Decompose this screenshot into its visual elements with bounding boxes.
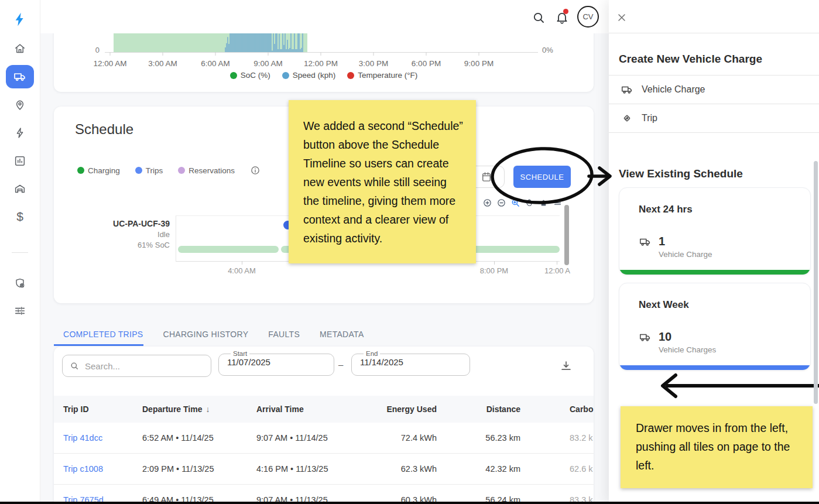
- timeline-tick-label: 12:00 A: [531, 266, 584, 275]
- download-icon[interactable]: [560, 359, 573, 372]
- x-tick: 12:00 AM: [87, 59, 133, 68]
- close-icon[interactable]: [616, 12, 628, 23]
- zoom-in-icon[interactable]: [482, 198, 492, 208]
- sidebar-item-energy[interactable]: [13, 126, 26, 139]
- topbar: CV: [40, 0, 609, 33]
- avatar-initials: CV: [582, 12, 593, 21]
- avatar[interactable]: CV: [577, 6, 599, 28]
- x-tick: 9:00 AM: [245, 59, 292, 68]
- timeline-tick: [494, 261, 495, 265]
- vehicle-soc: 61% SoC: [77, 241, 170, 249]
- trip-link[interactable]: Trip c1008: [63, 464, 142, 474]
- end-date-field[interactable]: End 11/14/2025: [351, 350, 470, 376]
- charging-bar[interactable]: [178, 246, 279, 253]
- legend-item-speed[interactable]: Speed (kph): [282, 71, 336, 80]
- summary-card-next-week[interactable]: Next Week 10 Vehicle Charges: [619, 283, 811, 371]
- col-carbon[interactable]: Carbo: [520, 404, 594, 414]
- calendar-icon: [481, 171, 492, 183]
- menu-bars-icon[interactable]: [553, 198, 563, 208]
- legend-item-charging[interactable]: Charging: [77, 166, 120, 175]
- table-row[interactable]: Trip c1008 2:09 PM • 11/13/25 4:16 PM • …: [54, 454, 594, 485]
- date-range-separator: –: [338, 359, 343, 369]
- departure-cell: 6:52 AM • 11/14/25: [142, 433, 256, 443]
- legend-item-soc[interactable]: SoC (%): [230, 71, 270, 80]
- sticky-note-drawer: Drawer moves in from the left, pushing a…: [621, 406, 813, 488]
- card-period: Next Week: [639, 299, 689, 311]
- option-trip[interactable]: Trip: [609, 104, 819, 132]
- x-tick: 3:00 PM: [350, 59, 397, 68]
- card-period: Next 24 hrs: [639, 204, 693, 215]
- sidebar-item-settings[interactable]: [13, 304, 26, 317]
- sidebar-item-home[interactable]: [13, 42, 26, 55]
- bottom-edge-bar: [0, 502, 819, 504]
- tab-charging-history[interactable]: CHARGING HISTORY: [163, 330, 249, 339]
- carbon-cell: 62.6 k: [520, 464, 594, 474]
- option-label: Trip: [642, 113, 657, 124]
- sidebar-item-vehicles[interactable]: [6, 65, 34, 88]
- end-date-value[interactable]: 11/14/2025: [360, 357, 470, 367]
- pan-hand-icon[interactable]: [525, 198, 534, 208]
- sort-desc-icon[interactable]: ↓: [205, 404, 210, 414]
- page-scrollbar-thumb[interactable]: [814, 161, 818, 404]
- legend-item-reservations[interactable]: Reservations: [178, 166, 235, 175]
- col-departure-time[interactable]: Departure Time↓: [142, 404, 256, 414]
- energy-cell: 72.4 kWh: [347, 433, 437, 443]
- tab-completed-trips[interactable]: COMPLETED TRIPS: [63, 330, 143, 339]
- truck-icon: [13, 70, 27, 84]
- departure-cell: 2:09 PM • 11/13/25: [142, 464, 256, 474]
- x-tick: 3:00 AM: [139, 59, 186, 68]
- temperature-dot-icon: [347, 72, 354, 79]
- sidebar-item-admin[interactable]: [13, 277, 26, 290]
- sidebar-item-locations[interactable]: [13, 98, 26, 111]
- info-icon[interactable]: [250, 165, 261, 176]
- sticky-note-text: Drawer moves in from the left, pushing a…: [636, 421, 790, 472]
- table-row[interactable]: Trip 41dcc 6:52 AM • 11/14/25 9:07 AM • …: [54, 423, 594, 454]
- tab-faults[interactable]: FAULTS: [268, 330, 300, 339]
- start-date-field[interactable]: Start 11/07/2025: [218, 350, 334, 376]
- card-unit: Vehicle Charges: [659, 345, 716, 354]
- search-icon[interactable]: [532, 11, 546, 25]
- schedule-button[interactable]: SCHEDULE: [513, 166, 571, 188]
- col-energy-used[interactable]: Energy Used: [347, 404, 437, 414]
- table-header: Trip ID Departure Time↓ Arrival Time Ene…: [54, 396, 594, 423]
- sidebar-item-billing[interactable]: $: [13, 210, 26, 222]
- search-input[interactable]: [84, 361, 197, 372]
- sidebar-divider: [12, 252, 28, 253]
- trip-link[interactable]: Trip 41dcc: [63, 433, 142, 443]
- option-vehicle-charge[interactable]: Vehicle Charge: [609, 75, 819, 104]
- sidebar-item-depots[interactable]: [13, 182, 26, 195]
- distance-cell: 56.23 km: [437, 433, 520, 443]
- arrival-cell: 9:07 AM • 11/14/25: [256, 433, 347, 443]
- reset-home-icon[interactable]: [539, 198, 549, 208]
- x-tick: 6:00 AM: [192, 59, 239, 68]
- legend-item-temperature[interactable]: Temperature (°F): [347, 71, 417, 80]
- divider: [609, 132, 819, 133]
- vehicle-status: Idle: [77, 230, 170, 239]
- app-screenshot: $ CV: [0, 0, 819, 504]
- arrival-cell: 4:16 PM • 11/13/25: [256, 464, 347, 474]
- col-distance[interactable]: Distance: [437, 404, 520, 414]
- tab-metadata[interactable]: METADATA: [320, 330, 364, 339]
- box-zoom-icon[interactable]: [510, 198, 520, 208]
- x-tick: 6:00 PM: [403, 59, 450, 68]
- search-icon: [70, 361, 79, 371]
- create-heading: Create New Vehicle Charge: [619, 53, 762, 66]
- col-arrival-time[interactable]: Arrival Time: [256, 404, 347, 414]
- notification-badge: [563, 9, 568, 14]
- card-unit: Vehicle Charge: [659, 250, 712, 259]
- legend-item-trips[interactable]: Trips: [135, 166, 163, 175]
- start-date-value[interactable]: 11/07/2025: [227, 357, 334, 367]
- active-tab-underline: [54, 344, 143, 346]
- col-trip-id[interactable]: Trip ID: [63, 404, 142, 414]
- zoom-out-icon[interactable]: [496, 198, 506, 208]
- summary-card-next-24hrs[interactable]: Next 24 hrs 1 Vehicle Charge: [619, 187, 811, 275]
- start-date-label: Start: [231, 350, 249, 357]
- view-heading: View Existing Schedule: [619, 167, 743, 180]
- x-tick: 9:00 PM: [455, 59, 502, 68]
- timeline-row-labels: UC-PA-UCF-39 Idle 61% SoC: [77, 219, 170, 249]
- card-accent-bar: [619, 270, 810, 275]
- timeline-scrollbar[interactable]: [564, 205, 569, 265]
- vehicle-name: UC-PA-UCF-39: [77, 219, 170, 228]
- soc-dot-icon: [230, 72, 237, 79]
- sidebar-item-reports[interactable]: [13, 155, 26, 167]
